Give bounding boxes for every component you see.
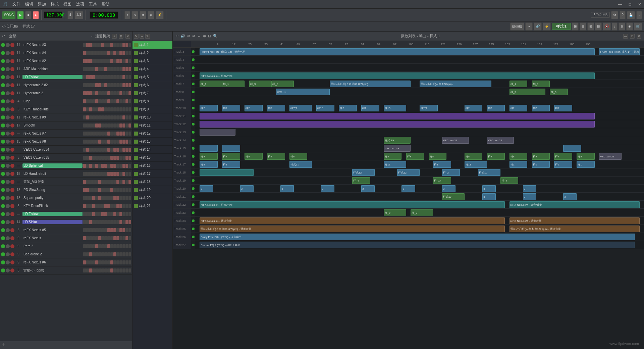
pattern-item[interactable]: 样式 13 xyxy=(132,138,172,146)
channel-name[interactable]: LD Hand..etroit xyxy=(22,172,83,176)
channel-name[interactable]: reFX Nexus #7 xyxy=(22,132,83,135)
pad[interactable] xyxy=(125,204,128,208)
pad[interactable] xyxy=(113,91,116,95)
ch-btn-mute[interactable] xyxy=(6,188,10,192)
track-block[interactable]: 样1 xyxy=(532,161,550,168)
channel-row[interactable]: —雷笙_V版伴奏 xyxy=(0,178,132,186)
pad[interactable] xyxy=(119,204,122,208)
tracks-area[interactable]: Track 3Fruity Free Filter (插入 14) - 混音电平… xyxy=(173,48,644,349)
pad[interactable] xyxy=(128,107,131,111)
pad[interactable] xyxy=(107,188,110,192)
pattern-item[interactable]: 样式 16 xyxy=(132,162,172,170)
pad[interactable] xyxy=(110,115,113,119)
track-block[interactable]: 样1 xyxy=(554,161,572,168)
track-block[interactable]: 样15 xyxy=(384,105,406,111)
pad[interactable] xyxy=(128,268,131,272)
record-button[interactable]: ● xyxy=(33,11,39,19)
ch-btn-red[interactable] xyxy=(10,236,14,240)
pad[interactable] xyxy=(86,140,89,144)
pad[interactable] xyxy=(89,107,92,111)
pad[interactable] xyxy=(98,196,101,200)
pad[interactable] xyxy=(83,67,86,71)
pattern-item[interactable]: 样式 8 xyxy=(132,97,172,105)
pad[interactable] xyxy=(98,148,101,152)
pad[interactable] xyxy=(110,172,113,176)
song-button[interactable]: SONG xyxy=(2,11,16,19)
pad[interactable] xyxy=(119,164,122,168)
pad[interactable] xyxy=(104,156,107,160)
pattern-item[interactable]: 样式 18 xyxy=(132,178,172,186)
pad[interactable] xyxy=(95,172,98,176)
pad[interactable] xyxy=(128,236,131,240)
pad[interactable] xyxy=(116,260,119,264)
align-left[interactable]: ⊞ xyxy=(572,22,579,31)
pad[interactable] xyxy=(107,107,110,111)
channel-name[interactable]: VEC3 Cy..en 035 xyxy=(22,156,83,159)
channel-row[interactable]: 18Square purity xyxy=(0,194,132,202)
pad[interactable] xyxy=(101,172,104,176)
pad[interactable] xyxy=(92,51,95,55)
pad[interactable] xyxy=(104,132,107,136)
track-block[interactable]: reFX Nexus #4 - 静音/独奏 xyxy=(200,72,594,79)
ch-btn-red[interactable] xyxy=(10,148,14,152)
pad[interactable] xyxy=(95,204,98,208)
track-block[interactable]: 样8 xyxy=(200,153,218,160)
pad[interactable] xyxy=(95,220,98,224)
track-block[interactable]: 样_9 xyxy=(550,89,568,95)
menu-item-file[interactable]: 文件 xyxy=(12,1,20,7)
pad[interactable] xyxy=(95,260,98,264)
pad[interactable] xyxy=(122,123,125,128)
pad[interactable] xyxy=(113,196,116,200)
ch-btn-red[interactable] xyxy=(10,51,14,55)
pad[interactable] xyxy=(89,156,92,160)
track-block[interactable]: 样式12 xyxy=(352,169,375,176)
channel-row[interactable]: 11ARP Ma..achine xyxy=(0,65,132,73)
track-block[interactable]: 样11 xyxy=(384,161,406,168)
channel-name[interactable]: reFX Nexus #3 xyxy=(22,43,83,47)
pad[interactable] xyxy=(128,252,131,256)
pad[interactable] xyxy=(83,196,86,200)
pad[interactable] xyxy=(113,123,116,128)
pad[interactable] xyxy=(125,75,128,79)
pad[interactable] xyxy=(116,43,119,47)
ch-btn-mute[interactable] xyxy=(6,252,10,256)
pad[interactable] xyxy=(86,59,89,63)
channel-name[interactable]: reFX Nexus #2 xyxy=(22,59,83,63)
pad[interactable] xyxy=(98,252,101,256)
track-block[interactable]: 样8 xyxy=(554,153,572,160)
pad[interactable] xyxy=(98,43,101,47)
pad[interactable] xyxy=(119,268,122,272)
pad[interactable] xyxy=(128,244,131,248)
pad[interactable] xyxy=(125,236,128,240)
pad[interactable] xyxy=(125,188,128,192)
pad[interactable] xyxy=(110,268,113,272)
track-block[interactable]: Param. EQ 2 (主控) - 频段 1 频率 xyxy=(200,242,635,248)
pad[interactable] xyxy=(89,268,92,272)
play-button[interactable]: ▶ xyxy=(17,11,24,19)
pad[interactable] xyxy=(128,67,131,71)
pad[interactable] xyxy=(98,172,101,176)
pad[interactable] xyxy=(113,236,116,240)
pad[interactable] xyxy=(101,51,104,55)
pad[interactable] xyxy=(98,244,101,248)
pad[interactable] xyxy=(122,83,125,87)
pad[interactable] xyxy=(122,260,125,264)
pad[interactable] xyxy=(95,43,98,47)
pattern-item[interactable]: 样式 2 xyxy=(132,49,172,57)
track-content[interactable]: 雷笙-小心肝(人声 和声127bpm) - 通道音量雷笙-小心肝(人声 和声12… xyxy=(195,225,644,233)
pad[interactable] xyxy=(107,115,110,119)
track-block[interactable]: 3 xyxy=(482,193,496,200)
pad[interactable] xyxy=(98,180,101,184)
ch-btn-green[interactable] xyxy=(1,228,5,232)
track-content[interactable]: VEC..wn 29 xyxy=(195,144,644,152)
track-block[interactable]: 样式11 xyxy=(289,161,312,168)
channel-row[interactable]: 11Hypersonic 2 #2 xyxy=(0,81,132,89)
pad[interactable] xyxy=(119,260,122,264)
track-content[interactable]: Fruity Free Filter (插入 14) - 混音电平Fruity … xyxy=(195,48,644,55)
pad[interactable] xyxy=(122,59,125,63)
pad[interactable] xyxy=(128,140,131,144)
pad[interactable] xyxy=(113,260,116,264)
track-block[interactable]: 样式12 xyxy=(397,169,420,176)
channel-row[interactable]: —reFX Nexus #7 xyxy=(0,130,132,138)
ch-btn-mute[interactable] xyxy=(6,140,10,144)
